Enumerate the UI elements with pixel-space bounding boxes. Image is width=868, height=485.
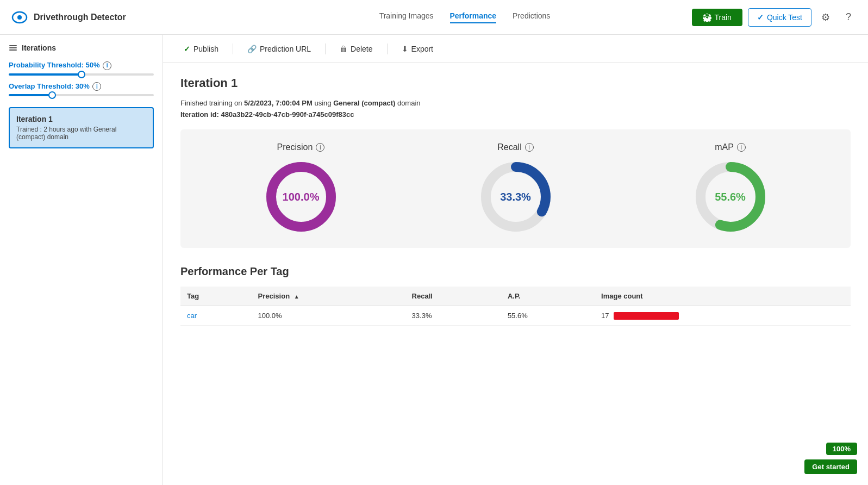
- toolbar-separator-2: [325, 43, 326, 54]
- prediction-url-label: Prediction URL: [260, 45, 311, 53]
- row-image-count: 17: [595, 306, 851, 326]
- overlap-info-icon[interactable]: i: [92, 82, 101, 91]
- map-info-icon[interactable]: i: [737, 143, 746, 152]
- overlap-threshold-value: 30%: [76, 82, 90, 90]
- map-value: 55.6%: [715, 191, 746, 203]
- gear-icon: [703, 13, 711, 22]
- trash-icon: 🗑: [340, 45, 347, 53]
- col-recall: Recall: [405, 287, 501, 306]
- nav-training-images[interactable]: Training Images: [379, 11, 434, 23]
- probability-slider-track: [9, 73, 154, 76]
- main-content: ✓ Publish 🔗 Prediction URL 🗑 Delete ⬇ Ex…: [163, 35, 868, 485]
- app-title: Drivethrough Detector: [34, 13, 126, 22]
- probability-slider-thumb[interactable]: [78, 71, 85, 78]
- iteration-title: Iteration 1: [180, 76, 851, 90]
- recall-info-icon[interactable]: i: [525, 143, 534, 152]
- iteration-card[interactable]: Iteration 1 Trained : 2 hours ago with G…: [9, 107, 154, 148]
- nav-predictions[interactable]: Predictions: [513, 11, 550, 23]
- table-body: car 100.0% 33.3% 55.6% 17: [180, 306, 851, 326]
- train-button[interactable]: Train: [692, 9, 742, 26]
- train-label: Train: [715, 13, 732, 22]
- row-recall: 33.3%: [405, 306, 501, 326]
- publish-button[interactable]: ✓ Publish: [176, 41, 226, 57]
- sort-icon: ▲: [294, 294, 299, 300]
- iterations-icon: [9, 43, 17, 52]
- recall-metric: Recall i 33.3%: [408, 142, 623, 235]
- recall-title: Recall i: [497, 142, 533, 152]
- settings-button[interactable]: ⚙: [817, 9, 834, 26]
- svg-point-1: [17, 15, 22, 20]
- iteration-id-row: Iteration id: 480a3b22-49cb-47cb-990f-a7…: [180, 110, 851, 119]
- row-tag: car: [180, 306, 252, 326]
- sidebar-header: Iterations: [9, 43, 154, 52]
- app-logo: Drivethrough Detector: [11, 9, 238, 26]
- overlap-slider-fill: [9, 94, 52, 96]
- quick-test-button[interactable]: ✓ Quick Test: [748, 8, 811, 27]
- precision-value: 100.0%: [283, 191, 320, 203]
- probability-threshold-value: 50%: [86, 61, 100, 69]
- main-nav: Training Images Performance Predictions: [238, 11, 692, 23]
- overlap-slider-thumb[interactable]: [48, 91, 56, 99]
- overlap-threshold-row: Overlap Threshold: 30% i: [9, 82, 154, 97]
- performance-table: Tag Precision ▲ Recall A.P.: [180, 287, 851, 326]
- svg-rect-2: [9, 45, 17, 46]
- training-date: 5/2/2023, 7:00:04 PM: [244, 99, 313, 107]
- metrics-panel: Precision i 100.0% Recall: [180, 129, 851, 248]
- overlap-slider-track: [9, 94, 154, 96]
- iteration-card-subtitle: Trained : 2 hours ago with General (comp…: [16, 126, 146, 141]
- prediction-url-button[interactable]: 🔗 Prediction URL: [240, 41, 319, 57]
- svg-rect-4: [9, 49, 17, 51]
- iteration-id-value: 480a3b22-49cb-47cb-990f-a745c09f83cc: [221, 110, 354, 119]
- row-precision: 100.0%: [252, 306, 405, 326]
- precision-metric: Precision i 100.0%: [193, 142, 408, 235]
- probability-threshold-row: Probability Threshold: 50% i: [9, 61, 154, 76]
- svg-rect-3: [9, 47, 17, 48]
- check-icon: ✓: [184, 45, 190, 53]
- iteration-card-title: Iteration 1: [16, 115, 146, 123]
- training-domain: General (compact): [333, 99, 395, 107]
- recall-value: 33.3%: [500, 191, 531, 203]
- publish-label: Publish: [193, 45, 218, 53]
- delete-label: Delete: [351, 45, 372, 53]
- overlap-threshold-label: Overlap Threshold: 30% i: [9, 82, 154, 91]
- zoom-badge: 100%: [826, 443, 857, 455]
- toolbar-separator-1: [233, 43, 233, 54]
- export-button[interactable]: ⬇ Export: [394, 41, 441, 57]
- delete-button[interactable]: 🗑 Delete: [332, 41, 380, 57]
- table-row: car 100.0% 33.3% 55.6% 17: [180, 306, 851, 326]
- probability-slider-fill: [9, 73, 82, 76]
- precision-info-icon[interactable]: i: [316, 143, 324, 152]
- image-count-value: 17: [601, 312, 609, 320]
- sidebar: Iterations Probability Threshold: 50% i …: [0, 35, 163, 485]
- map-title: mAP i: [715, 142, 746, 152]
- row-ap: 55.6%: [501, 306, 595, 326]
- link-icon: 🔗: [247, 45, 257, 53]
- export-icon: ⬇: [402, 45, 408, 53]
- precision-title: Precision i: [277, 142, 325, 152]
- col-image-count: Image count: [595, 287, 851, 306]
- image-count-bar: [614, 312, 679, 320]
- map-donut: 55.6%: [692, 159, 769, 235]
- tag-link-car[interactable]: car: [187, 312, 197, 320]
- get-started-button[interactable]: Get started: [804, 459, 857, 474]
- checkmark-icon: ✓: [757, 13, 764, 22]
- col-ap: A.P.: [501, 287, 595, 306]
- help-button[interactable]: ?: [840, 9, 857, 26]
- nav-performance[interactable]: Performance: [450, 11, 497, 23]
- probability-info-icon[interactable]: i: [103, 61, 111, 70]
- precision-donut: 100.0%: [263, 159, 339, 235]
- logo-icon: [11, 9, 28, 26]
- map-metric: mAP i 55.6%: [623, 142, 838, 235]
- col-tag: Tag: [180, 287, 252, 306]
- sidebar-title: Iterations: [22, 43, 56, 52]
- quick-test-label: Quick Test: [767, 13, 802, 22]
- performance-per-tag-title: Performance Per Tag: [180, 265, 851, 278]
- bottom-right-panel: 100% Get started: [804, 443, 857, 474]
- header-actions: Train ✓ Quick Test ⚙ ?: [692, 8, 858, 27]
- col-precision[interactable]: Precision ▲: [252, 287, 405, 306]
- table-header: Tag Precision ▲ Recall A.P.: [180, 287, 851, 306]
- probability-threshold-label: Probability Threshold: 50% i: [9, 61, 154, 70]
- toolbar: ✓ Publish 🔗 Prediction URL 🗑 Delete ⬇ Ex…: [163, 35, 868, 63]
- image-count-bar-container: 17: [601, 312, 844, 320]
- recall-donut: 33.3%: [478, 159, 554, 235]
